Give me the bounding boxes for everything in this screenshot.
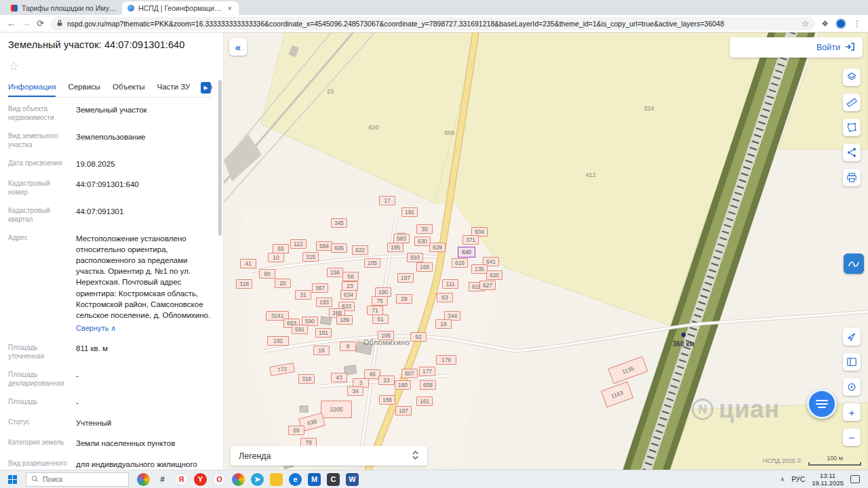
- map-label-629[interactable]: 629: [429, 243, 446, 252]
- start-button[interactable]: [3, 470, 22, 488]
- search-input[interactable]: [43, 475, 111, 483]
- map-label-18[interactable]: 18: [435, 319, 452, 329]
- panel-tab-Части ЗУ[interactable]: Части ЗУ: [157, 78, 191, 97]
- map-label-583[interactable]: 583: [393, 234, 410, 243]
- panel-scrollbar[interactable]: [218, 80, 222, 236]
- feedback-chat-button[interactable]: [807, 389, 837, 419]
- map-label-34[interactable]: 34: [347, 386, 363, 396]
- map-label-319[interactable]: 319: [298, 374, 315, 384]
- map-label-179[interactable]: 179: [436, 355, 456, 365]
- share-button[interactable]: [843, 144, 861, 161]
- map-label-584[interactable]: 584: [316, 241, 332, 251]
- map-label-627[interactable]: 627: [479, 281, 496, 290]
- back-icon[interactable]: ←: [7, 19, 16, 28]
- map-label-2205[interactable]: 2205: [321, 401, 352, 418]
- cian-icon[interactable]: C: [327, 473, 340, 486]
- map-label-607[interactable]: 607: [401, 369, 418, 378]
- collapse-address-link[interactable]: Свернуть ∧: [76, 323, 212, 333]
- map-label-106[interactable]: 106: [378, 331, 394, 340]
- notifications-icon[interactable]: [850, 475, 860, 483]
- map-label-630[interactable]: 630: [414, 237, 431, 246]
- panel-tab-Сервисы[interactable]: Сервисы: [68, 78, 100, 97]
- map-label-105[interactable]: 105: [364, 258, 380, 268]
- map-label-51[interactable]: 51: [372, 314, 389, 324]
- layers-button[interactable]: [843, 68, 861, 86]
- zoom-out-button[interactable]: −: [843, 428, 861, 446]
- panel-tab-Объекты[interactable]: Объекты: [113, 78, 144, 97]
- apps-grid-icon[interactable]: #: [156, 473, 169, 486]
- map-label-177[interactable]: 177: [419, 367, 435, 376]
- collapse-panel-button[interactable]: «: [229, 38, 247, 56]
- map-label-1163[interactable]: 1163: [601, 382, 633, 408]
- extensions-icon[interactable]: ❖: [821, 19, 829, 28]
- map-label-56[interactable]: 56: [342, 272, 359, 281]
- bookmark-star-icon[interactable]: ☆: [802, 19, 809, 28]
- opera-icon[interactable]: O: [213, 473, 226, 486]
- map-label-63[interactable]: 63: [437, 293, 453, 302]
- map-label-92[interactable]: 92: [410, 332, 427, 342]
- map-label-55[interactable]: 55: [273, 244, 289, 253]
- map-label-367[interactable]: 367: [312, 283, 328, 293]
- tab-close-icon[interactable]: ×: [226, 4, 233, 12]
- map-label-189[interactable]: 189: [336, 315, 353, 325]
- taskbar-search[interactable]: [26, 472, 129, 487]
- map-label-161[interactable]: 161: [416, 396, 433, 406]
- address-bar[interactable]: nspd.gov.ru/map?thematic=PKK&zoom=16.333…: [50, 17, 815, 30]
- map-label-10[interactable]: 10: [268, 253, 284, 262]
- map-label-71[interactable]: 71: [367, 306, 383, 315]
- reset-view-button[interactable]: [843, 378, 861, 396]
- map-label-191[interactable]: 191: [401, 207, 418, 217]
- map-label-193[interactable]: 193: [316, 298, 332, 307]
- profile-avatar[interactable]: [835, 18, 846, 29]
- map-label-168[interactable]: 168: [416, 262, 433, 272]
- edge-icon[interactable]: e: [289, 473, 302, 486]
- map-label-23[interactable]: 23: [378, 375, 395, 385]
- map-label-371[interactable]: 371: [462, 235, 479, 245]
- tray-chevron-icon[interactable]: ∧: [781, 476, 785, 483]
- map-label-1135[interactable]: 1135: [608, 356, 648, 384]
- map-label-135[interactable]: 135: [471, 264, 488, 274]
- map-label-181[interactable]: 181: [315, 328, 332, 338]
- language-indicator[interactable]: РУС: [791, 476, 805, 483]
- map-label-9[interactable]: 9: [340, 342, 356, 351]
- refresh-icon[interactable]: ⟳: [37, 19, 44, 28]
- map-label-345[interactable]: 345: [331, 218, 347, 228]
- yandex-icon[interactable]: Я: [175, 473, 188, 486]
- draw-tool-button[interactable]: [844, 253, 864, 274]
- map-label-593[interactable]: 593: [407, 253, 423, 262]
- map-label-75[interactable]: 75: [372, 296, 388, 306]
- map-label-23[interactable]: 23: [342, 281, 358, 291]
- map-label-41[interactable]: 41: [240, 259, 256, 268]
- map-label-16[interactable]: 16: [313, 346, 330, 355]
- map-label-591[interactable]: 591: [292, 325, 308, 334]
- map-canvas[interactable]: 23620606324412Обломихино360 км6401719134…: [224, 33, 868, 470]
- chrome-icon[interactable]: [232, 473, 245, 486]
- favorite-star-icon[interactable]: ☆: [8, 59, 212, 74]
- menu-dots-icon[interactable]: ⋮: [853, 19, 861, 28]
- map-label-187[interactable]: 187: [395, 406, 412, 415]
- login-bar[interactable]: Войти: [730, 37, 863, 58]
- print-button[interactable]: [843, 169, 861, 186]
- map-label-608[interactable]: 608: [420, 380, 436, 390]
- map-label-156[interactable]: 156: [327, 268, 343, 277]
- map-label-315[interactable]: 315: [302, 252, 319, 262]
- panel-tab-Информация[interactable]: Информация: [8, 78, 56, 97]
- map-label-195[interactable]: 195: [387, 243, 403, 252]
- map-label-192[interactable]: 192: [267, 336, 289, 346]
- people-icon[interactable]: [137, 473, 150, 486]
- map-label-620[interactable]: 620: [486, 270, 502, 280]
- ruler-button[interactable]: [843, 94, 861, 111]
- tabs-scroll-right-icon[interactable]: ▶: [201, 82, 211, 94]
- browser-tab-tariffs[interactable]: Тарифы площадки по Имущест: [5, 1, 122, 15]
- word-icon[interactable]: W: [346, 473, 359, 486]
- map-label-30[interactable]: 30: [416, 224, 433, 234]
- forward-icon[interactable]: →: [22, 19, 31, 28]
- mail-icon[interactable]: M: [308, 473, 321, 486]
- map-label-318[interactable]: 318: [236, 279, 252, 289]
- map-label-190[interactable]: 190: [375, 287, 391, 297]
- map-label-622[interactable]: 622: [352, 245, 368, 255]
- map-label-111[interactable]: 111: [442, 279, 458, 289]
- clock[interactable]: 13:11 19.11.2025: [812, 472, 844, 487]
- browser-tab-nspd[interactable]: НСПД | Геоинформационный п ×: [122, 1, 239, 15]
- map-label-772[interactable]: 772: [269, 363, 295, 376]
